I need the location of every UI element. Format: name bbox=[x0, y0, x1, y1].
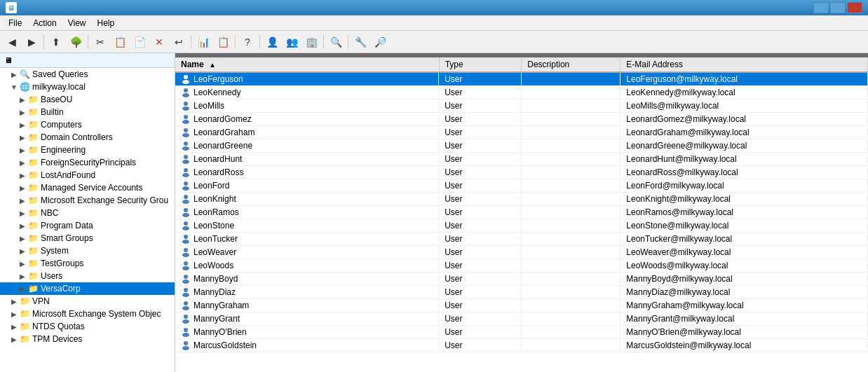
col-type[interactable]: Type bbox=[439, 57, 522, 72]
tree-expand-baseou[interactable]: ▶ bbox=[17, 94, 28, 105]
tree-expand-domain-controllers[interactable]: ▶ bbox=[17, 132, 28, 143]
close-button[interactable] bbox=[847, 2, 862, 13]
table-row[interactable]: LeonardHunt User LeonardHunt@milkyway.lo… bbox=[175, 153, 868, 166]
sidebar-item-users[interactable]: ▶ 📁 Users bbox=[0, 270, 175, 282]
back-button[interactable]: ◀ bbox=[3, 34, 21, 50]
sidebar-item-engineering[interactable]: ▶ 📁 Engineering bbox=[0, 144, 175, 156]
undo-button[interactable]: ↩ bbox=[170, 34, 188, 50]
sidebar-item-versacorp[interactable]: ▶ 📁 VersaCorp bbox=[0, 282, 175, 295]
show-hide-tree[interactable]: 🌳 bbox=[67, 34, 85, 50]
table-row[interactable]: MannyBoyd User MannyBoyd@milkyway.local bbox=[175, 273, 868, 286]
col-name[interactable]: Name ▲ bbox=[175, 57, 439, 72]
tree-label-domain-controllers: Domain Controllers bbox=[41, 132, 113, 142]
menu-file[interactable]: File bbox=[3, 17, 27, 29]
menu-view[interactable]: View bbox=[62, 17, 92, 29]
tree-expand-saved-queries[interactable]: ▶ bbox=[8, 69, 20, 80]
table-row[interactable]: LeonardGomez User LeonardGomez@milkyway.… bbox=[175, 113, 868, 126]
tree-expand-ms-exchange-security[interactable]: ▶ bbox=[17, 195, 28, 206]
sidebar-item-ms-exchange-security[interactable]: ▶ 📁 Microsoft Exchange Security Grou bbox=[0, 194, 175, 207]
sidebar-item-milkyway-local[interactable]: ▼ 🌐 milkyway.local bbox=[0, 81, 175, 93]
tree-expand-nbc[interactable]: ▶ bbox=[17, 207, 28, 219]
table-row[interactable]: LeonardGraham User LeonardGraham@milkywa… bbox=[175, 126, 868, 139]
sidebar-item-computers[interactable]: ▶ 📁 Computers bbox=[0, 118, 175, 131]
col-email[interactable]: E-Mail Address bbox=[621, 57, 868, 72]
new-ou-button[interactable]: 🏢 bbox=[302, 34, 320, 50]
sidebar-item-lost-found[interactable]: ▶ 📁 LostAndFound bbox=[0, 169, 175, 181]
tree-expand-system[interactable]: ▶ bbox=[17, 245, 28, 256]
table-row[interactable]: LeonStone User LeonStone@milkyway.local bbox=[175, 219, 868, 233]
tree-expand-versacorp[interactable]: ▶ bbox=[17, 283, 28, 294]
table-row[interactable]: MannyGraham User MannyGraham@milkyway.lo… bbox=[175, 299, 868, 312]
sidebar-item-vpn[interactable]: ▶ 📁 VPN bbox=[0, 295, 175, 308]
table-row[interactable]: LeonardGreene User LeonardGreene@milkywa… bbox=[175, 139, 868, 153]
table-row[interactable]: LeoMills User LeoMills@milkyway.local bbox=[175, 99, 868, 113]
tree-expand-engineering[interactable]: ▶ bbox=[17, 144, 28, 156]
new-user-button[interactable]: 👤 bbox=[263, 34, 281, 50]
up-button[interactable]: ⬆ bbox=[47, 34, 65, 50]
export-list[interactable]: 📊 bbox=[194, 34, 212, 50]
tree-expand-managed-service[interactable]: ▶ bbox=[17, 182, 28, 193]
table-row[interactable]: LeonardRoss User LeonardRoss@milkyway.lo… bbox=[175, 166, 868, 179]
sidebar-item-ntds-quotas[interactable]: ▶ 📁 NTDS Quotas bbox=[0, 320, 175, 333]
tree-expand-milkyway-local[interactable]: ▼ bbox=[8, 81, 20, 92]
table-row[interactable]: LeoWeaver User LeoWeaver@milkyway.local bbox=[175, 246, 868, 259]
restore-button[interactable] bbox=[830, 2, 846, 13]
tree-expand-test-groups[interactable]: ▶ bbox=[17, 258, 28, 269]
sidebar-item-managed-service[interactable]: ▶ 📁 Managed Service Accounts bbox=[0, 181, 175, 194]
tree-expand-builtin[interactable]: ▶ bbox=[17, 106, 28, 118]
sidebar-item-domain-controllers[interactable]: ▶ 📁 Domain Controllers bbox=[0, 131, 175, 144]
svg-point-39 bbox=[182, 333, 189, 337]
table-row[interactable]: MannyO'Brien User MannyO'Brien@milkyway.… bbox=[175, 326, 868, 339]
table-row[interactable]: LeoWoods User LeoWoods@milkyway.local bbox=[175, 259, 868, 273]
copy-button[interactable]: 📋 bbox=[111, 34, 129, 50]
delegate-button[interactable]: 🔧 bbox=[351, 34, 369, 50]
svg-point-26 bbox=[184, 248, 188, 252]
sidebar-item-system[interactable]: ▶ 📁 System bbox=[0, 244, 175, 257]
table-row[interactable]: LeoKennedy User LeoKennedy@milkyway.loca… bbox=[175, 86, 868, 99]
sidebar-item-foreign-security[interactable]: ▶ 📁 ForeignSecurityPrincipals bbox=[0, 156, 175, 169]
tree-expand-foreign-security[interactable]: ▶ bbox=[17, 157, 28, 168]
cut-button[interactable]: ✂ bbox=[91, 34, 109, 50]
minimize-button[interactable] bbox=[813, 2, 829, 13]
tree-expand-computers[interactable]: ▶ bbox=[17, 119, 28, 130]
tree-expand-ntds-quotas[interactable]: ▶ bbox=[8, 321, 20, 332]
menu-help[interactable]: Help bbox=[92, 17, 121, 29]
table-row[interactable]: MannyGrant User MannyGrant@milkyway.loca… bbox=[175, 312, 868, 326]
filter-button[interactable]: 🔍 bbox=[327, 34, 345, 50]
tree-expand-ms-exchange-system[interactable]: ▶ bbox=[8, 308, 20, 319]
table-row[interactable]: LeonFord User LeonFord@milkyway.local bbox=[175, 179, 868, 193]
table-row[interactable]: LeoFerguson User LeoFerguson@milkyway.lo… bbox=[175, 72, 868, 86]
table-row[interactable]: MannyDiaz User MannyDiaz@milkyway.local bbox=[175, 286, 868, 299]
sidebar-item-ms-exchange-system[interactable]: ▶ 📁 Microsoft Exchange System Objec bbox=[0, 308, 175, 320]
new-group-button[interactable]: 👥 bbox=[283, 34, 301, 50]
sidebar-item-program-data[interactable]: ▶ 📁 Program Data bbox=[0, 219, 175, 232]
tree-expand-lost-found[interactable]: ▶ bbox=[17, 170, 28, 181]
sidebar-item-baseou[interactable]: ▶ 📁 BaseOU bbox=[0, 93, 175, 106]
table-row[interactable]: MarcusGoldstein User MarcusGoldstein@mil… bbox=[175, 339, 868, 352]
sidebar-item-saved-queries[interactable]: ▶ 🔍 Saved Queries bbox=[0, 68, 175, 81]
help-button[interactable]: ? bbox=[238, 34, 257, 50]
tree-expand-users[interactable]: ▶ bbox=[17, 270, 28, 282]
col-description[interactable]: Description bbox=[522, 57, 621, 72]
menu-action[interactable]: Action bbox=[27, 17, 62, 29]
cell-type: User bbox=[439, 286, 522, 299]
sidebar-item-builtin[interactable]: ▶ 📁 Builtin bbox=[0, 106, 175, 118]
table-row[interactable]: LeonKnight User LeonKnight@milkyway.loca… bbox=[175, 193, 868, 206]
cell-description bbox=[522, 312, 621, 326]
sidebar-item-tpm-devices[interactable]: ▶ 📁 TPM Devices bbox=[0, 333, 175, 345]
find-button[interactable]: 🔎 bbox=[371, 34, 389, 50]
forward-button[interactable]: ▶ bbox=[22, 34, 41, 50]
delete-button[interactable]: ✕ bbox=[150, 34, 168, 50]
sidebar-item-nbc[interactable]: ▶ 📁 NBC bbox=[0, 207, 175, 219]
tree-expand-vpn[interactable]: ▶ bbox=[8, 296, 20, 307]
tree-expand-tpm-devices[interactable]: ▶ bbox=[8, 333, 20, 345]
paste-button[interactable]: 📄 bbox=[130, 34, 149, 50]
tree-expand-program-data[interactable]: ▶ bbox=[17, 220, 28, 231]
properties-button[interactable]: 📋 bbox=[214, 34, 232, 50]
tree-expand-smart-groups[interactable]: ▶ bbox=[17, 233, 28, 244]
sidebar-item-smart-groups[interactable]: ▶ 📁 Smart Groups bbox=[0, 232, 175, 244]
sidebar-item-test-groups[interactable]: ▶ 📁 TestGroups bbox=[0, 257, 175, 270]
table-row[interactable]: LeonTucker User LeonTucker@milkyway.loca… bbox=[175, 233, 868, 246]
table-container[interactable]: Name ▲ Type Description E-Mail Address L… bbox=[175, 57, 868, 372]
table-row[interactable]: LeonRamos User LeonRamos@milkyway.local bbox=[175, 206, 868, 219]
